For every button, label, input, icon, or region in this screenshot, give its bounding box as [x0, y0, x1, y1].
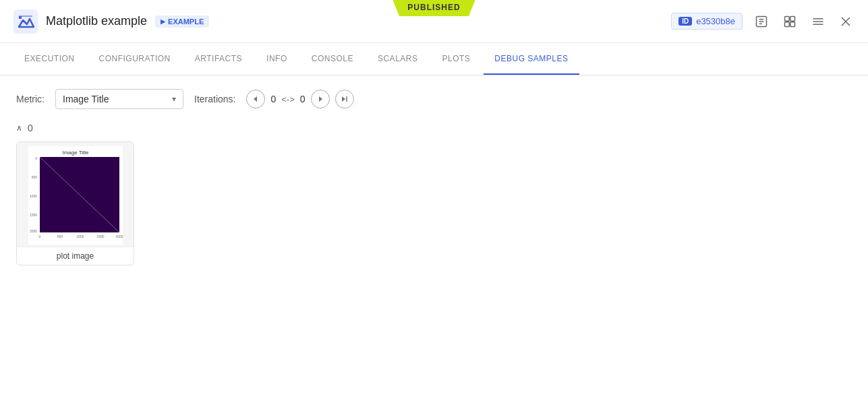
tab-configuration[interactable]: CONFIGURATION [88, 43, 181, 75]
app-title: Matplotlib example [46, 14, 147, 28]
iterations-controls: 0 <-> 0 [246, 90, 353, 108]
svg-text:500: 500 [57, 234, 63, 238]
svg-text:500: 500 [31, 175, 37, 179]
published-banner: PUBLISHED [393, 0, 475, 16]
tab-artifacts[interactable]: ARTIFACTS [184, 43, 253, 75]
id-value: e3530b8e [696, 16, 735, 26]
svg-marker-15 [254, 96, 257, 102]
app-logo [13, 9, 38, 34]
gallery-icon [783, 15, 797, 28]
id-badge: ID e3530b8e [671, 13, 743, 30]
metric-row: Metric: Image Title ▾ Iterations: 0 <-> … [16, 89, 852, 109]
prev-icon [252, 96, 259, 102]
svg-text:0: 0 [35, 156, 37, 160]
header-right: ID e3530b8e [671, 12, 855, 31]
svg-marker-17 [342, 96, 345, 102]
image-grid: Image Title 0 500 1000 1500 2000 0 500 [16, 141, 852, 265]
metric-chevron-down-icon: ▾ [172, 94, 176, 104]
report-button[interactable] [752, 12, 771, 31]
group-section: ∧ 0 Image Title [16, 123, 852, 265]
iter-range-arrow: <-> [281, 94, 295, 104]
svg-rect-8 [785, 22, 790, 26]
image-thumbnail: Image Title 0 500 1000 1500 2000 0 500 [17, 142, 134, 247]
report-icon [755, 15, 768, 28]
metric-value: Image Title [63, 94, 109, 104]
iter-to-value: 0 [300, 94, 306, 104]
svg-rect-6 [785, 16, 790, 21]
svg-marker-16 [319, 96, 322, 102]
example-badge: ▶ EXAMPLE [155, 15, 209, 28]
nav-tabs: EXECUTION CONFIGURATION ARTIFACTS INFO C… [0, 43, 868, 75]
id-label: ID [678, 17, 692, 26]
image-card-label: plot image [17, 247, 134, 265]
next-icon [317, 96, 324, 102]
menu-icon [811, 15, 825, 28]
svg-rect-9 [790, 22, 795, 26]
close-icon [840, 15, 852, 28]
svg-text:1500: 1500 [29, 213, 36, 217]
metric-label: Metric: [16, 94, 45, 104]
group-toggle-button[interactable]: ∧ [16, 123, 22, 133]
last-icon [341, 96, 349, 102]
metric-select[interactable]: Image Title ▾ [55, 89, 183, 109]
svg-text:2000: 2000 [115, 234, 123, 238]
plot-svg: Image Title 0 500 1000 1500 2000 0 500 [25, 145, 126, 245]
close-button[interactable] [837, 13, 855, 30]
next-iteration-button[interactable] [311, 90, 330, 108]
tab-plots[interactable]: PLOTS [431, 43, 481, 75]
last-iteration-button[interactable] [335, 90, 354, 108]
badge-arrow: ▶ [161, 18, 165, 25]
iter-from-value: 0 [270, 94, 276, 104]
prev-iteration-button[interactable] [246, 90, 265, 108]
tab-execution[interactable]: EXECUTION [13, 43, 86, 75]
svg-rect-0 [13, 9, 38, 34]
svg-text:Image Title: Image Title [62, 150, 89, 156]
badge-label: EXAMPLE [168, 18, 204, 26]
svg-text:1000: 1000 [29, 194, 36, 198]
svg-text:2000: 2000 [29, 229, 36, 233]
svg-rect-7 [790, 16, 795, 21]
group-number: 0 [28, 123, 33, 133]
group-header: ∧ 0 [16, 123, 852, 133]
tab-console[interactable]: CONSOLE [301, 43, 364, 75]
svg-text:1000: 1000 [76, 234, 84, 238]
image-card[interactable]: Image Title 0 500 1000 1500 2000 0 500 [16, 141, 134, 265]
tab-scalars[interactable]: SCALARS [367, 43, 429, 75]
svg-text:0: 0 [38, 234, 40, 238]
menu-button[interactable] [809, 12, 828, 31]
svg-text:1500: 1500 [96, 234, 104, 238]
gallery-button[interactable] [780, 12, 799, 31]
tab-debug-samples[interactable]: DEBUG SAMPLES [484, 43, 579, 75]
published-text: PUBLISHED [407, 3, 460, 12]
iterations-label: Iterations: [194, 94, 235, 104]
tab-info[interactable]: INFO [256, 43, 298, 75]
debug-samples-content: Metric: Image Title ▾ Iterations: 0 <-> … [0, 75, 868, 279]
svg-rect-1 [19, 16, 22, 19]
